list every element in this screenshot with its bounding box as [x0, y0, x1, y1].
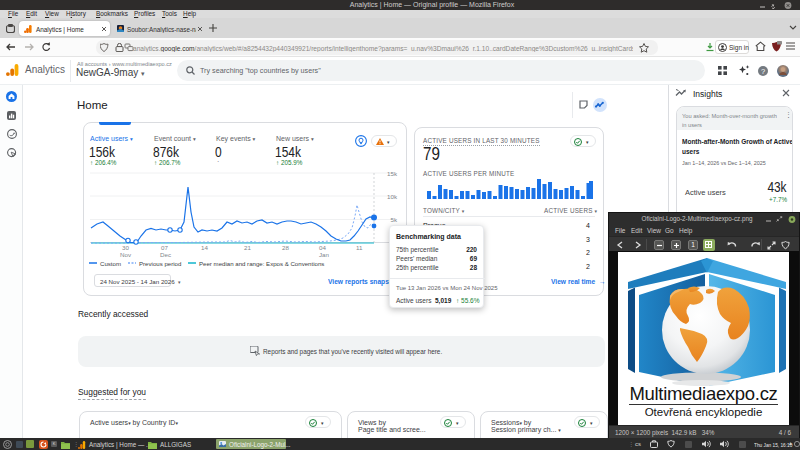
svg-text:Dec: Dec: [160, 251, 171, 258]
svg-text:Jan: Jan: [319, 251, 330, 258]
svg-text:Nov: Nov: [120, 251, 132, 258]
svg-text:5k: 5k: [390, 216, 397, 223]
svg-text:14: 14: [201, 244, 208, 251]
svg-text:30: 30: [122, 244, 129, 251]
svg-text:15k: 15k: [387, 170, 398, 177]
svg-text:Peer median and range: Expos &: Peer median and range: Expos & Conventio…: [199, 260, 324, 267]
svg-text:Previous period: Previous period: [139, 260, 181, 267]
svg-text:04: 04: [319, 244, 326, 251]
svg-text:21: 21: [244, 244, 251, 251]
svg-text:11: 11: [356, 244, 363, 251]
svg-text:?: ?: [761, 66, 765, 75]
svg-text:07: 07: [161, 244, 168, 251]
svg-text:Custom: Custom: [100, 260, 121, 267]
svg-text:28: 28: [282, 244, 289, 251]
svg-text:10k: 10k: [387, 193, 398, 200]
